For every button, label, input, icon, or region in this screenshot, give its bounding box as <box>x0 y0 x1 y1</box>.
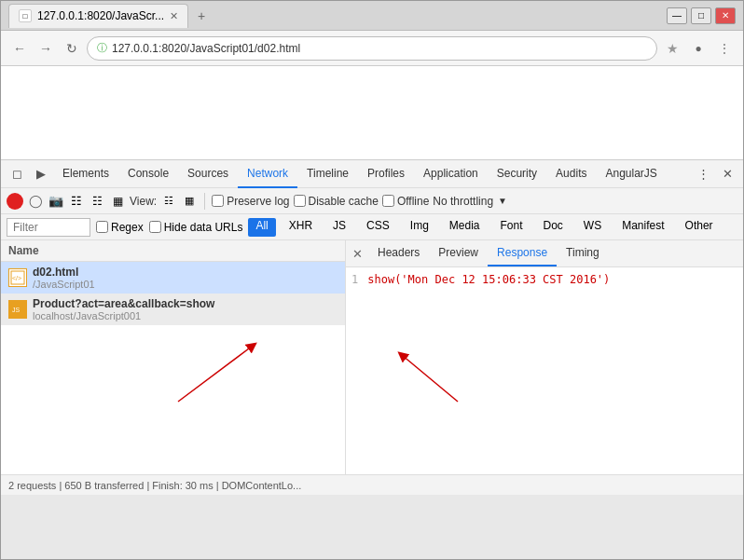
tab-console[interactable]: Console <box>118 160 178 188</box>
menu-btn[interactable]: ⋮ <box>713 37 736 60</box>
offline-checkbox[interactable]: Offline <box>382 195 429 208</box>
nav-bar: ← → ↻ ⓘ 127.0.0.1:8020/JavaScript01/d02.… <box>1 31 743 66</box>
devtools-more-btn[interactable]: ⋮ <box>691 162 715 186</box>
window-controls: — □ ✕ <box>667 7 736 24</box>
secure-icon: ⓘ <box>97 41 107 55</box>
network-column-header: Name <box>1 240 345 262</box>
back-btn[interactable]: ← <box>8 37 31 60</box>
bookmark-btn[interactable]: ★ <box>661 37 683 60</box>
forward-btn[interactable]: → <box>34 37 57 60</box>
devtools-tab-bar: ◻ ▶ Elements Console Sources Network Tim… <box>1 160 743 188</box>
network-rows: </> d02.html /JavaScript01 JS <box>1 262 345 474</box>
svg-text:</>: </> <box>12 275 21 281</box>
tab-title: 127.0.0.1:8020/JavaScr... <box>37 9 164 22</box>
devtools-inspect-btn[interactable]: ▶ <box>29 162 53 186</box>
regex-checkbox[interactable] <box>96 221 108 233</box>
regex-option[interactable]: Regex <box>96 221 144 234</box>
clear-btn[interactable]: ◯ <box>27 193 44 210</box>
throttle-label: No throttling <box>433 195 493 208</box>
waterfall-btn[interactable]: ▦ <box>181 193 198 210</box>
offline-label: Offline <box>397 195 429 208</box>
grid-view-btn[interactable]: ▦ <box>109 193 126 210</box>
row1-info: d02.html /JavaScript01 <box>33 266 95 290</box>
response-panel: ✕ Headers Preview Response Timing 1show(… <box>346 240 743 474</box>
throttle-chevron: ▼ <box>498 196 507 206</box>
tab-profiles[interactable]: Profiles <box>358 160 414 188</box>
offline-input[interactable] <box>382 195 394 207</box>
status-bar: 2 requests | 650 B transferred | Finish:… <box>1 474 743 495</box>
minimize-btn[interactable]: — <box>667 7 687 24</box>
filter-btn[interactable]: ☷ <box>68 193 85 210</box>
address-bar[interactable]: ⓘ 127.0.0.1:8020/JavaScript01/d02.html <box>87 36 657 61</box>
filter-input[interactable] <box>7 218 90 237</box>
tab-sources[interactable]: Sources <box>178 160 238 188</box>
network-row-2[interactable]: JS Product?act=area&callback=show localh… <box>1 294 345 325</box>
devtools-panel: ◻ ▶ Elements Console Sources Network Tim… <box>1 159 743 495</box>
filter-doc-btn[interactable]: Doc <box>536 218 571 237</box>
js-file-icon: JS <box>8 300 27 319</box>
devtools: ◻ ▶ Elements Console Sources Network Tim… <box>1 159 743 495</box>
devtools-close-btn[interactable]: ✕ <box>715 162 739 186</box>
filter-css-btn[interactable]: CSS <box>359 218 397 237</box>
filter-js-btn[interactable]: JS <box>325 218 353 237</box>
row1-name: d02.html <box>33 266 95 279</box>
hide-data-label: Hide data URLs <box>164 221 243 234</box>
separator1 <box>204 193 205 210</box>
response-tab-preview[interactable]: Preview <box>429 240 488 266</box>
response-code: show('Mon Dec 12 15:06:33 CST 2016') <box>367 273 610 286</box>
line-number: 1 <box>351 273 358 286</box>
response-tab-bar: ✕ Headers Preview Response Timing <box>346 240 743 267</box>
list-view-btn[interactable]: ☷ <box>89 193 105 210</box>
preserve-log-input[interactable] <box>212 195 224 207</box>
response-close-btn[interactable]: ✕ <box>346 242 368 265</box>
response-tab-headers[interactable]: Headers <box>368 240 429 266</box>
filter-font-btn[interactable]: Font <box>493 218 530 237</box>
hide-data-checkbox[interactable] <box>149 221 161 233</box>
new-tab-btn[interactable]: + <box>188 4 214 28</box>
maximize-btn[interactable]: □ <box>691 7 711 24</box>
tab-close-btn[interactable]: ✕ <box>170 10 178 22</box>
browser-window: □ 127.0.0.1:8020/JavaScr... ✕ + — □ ✕ ← … <box>0 0 744 560</box>
row1-path: /JavaScript01 <box>33 279 95 290</box>
close-btn[interactable]: ✕ <box>715 7 736 24</box>
devtools-body: Name </> d02.html /JavaScript01 <box>1 240 743 474</box>
hide-data-option[interactable]: Hide data URLs <box>149 221 243 234</box>
filter-media-btn[interactable]: Media <box>442 218 488 237</box>
row2-name: Product?act=area&callback=show <box>33 297 214 310</box>
filter-ws-btn[interactable]: WS <box>576 218 609 237</box>
tab-elements[interactable]: Elements <box>53 160 118 188</box>
filter-img-btn[interactable]: Img <box>403 218 436 237</box>
devtools-filter-bar: Regex Hide data URLs All XHR JS CSS Img … <box>1 214 743 240</box>
filter-xhr-btn[interactable]: XHR <box>282 218 320 237</box>
throttle-select[interactable]: No throttling ▼ <box>433 195 507 208</box>
devtools-dock-btn[interactable]: ◻ <box>5 162 29 186</box>
tab-security[interactable]: Security <box>488 160 546 188</box>
tab-timeline[interactable]: Timeline <box>297 160 358 188</box>
browser-tab[interactable]: □ 127.0.0.1:8020/JavaScr... ✕ <box>8 4 188 28</box>
response-tab-timing[interactable]: Timing <box>557 240 609 266</box>
disable-cache-input[interactable] <box>294 195 306 207</box>
tab-audits[interactable]: Audits <box>546 160 596 188</box>
filter-all-btn[interactable]: All <box>248 218 275 237</box>
reload-btn[interactable]: ↻ <box>61 37 83 60</box>
disable-cache-label: Disable cache <box>309 195 379 208</box>
address-text: 127.0.0.1:8020/JavaScript01/d02.html <box>112 42 647 55</box>
list-btn[interactable]: ☷ <box>160 193 177 210</box>
view-label: View: <box>130 195 157 208</box>
tab-application[interactable]: Application <box>414 160 488 188</box>
record-btn[interactable] <box>7 193 23 210</box>
tab-network[interactable]: Network <box>238 160 297 188</box>
tab-angularjs[interactable]: AngularJS <box>596 160 666 188</box>
disable-cache-checkbox[interactable]: Disable cache <box>294 195 379 208</box>
network-row-1[interactable]: </> d02.html /JavaScript01 <box>1 262 345 294</box>
row2-info: Product?act=area&callback=show localhost… <box>33 297 214 321</box>
response-tab-response[interactable]: Response <box>488 240 557 266</box>
regex-label: Regex <box>111 221 144 234</box>
page-content <box>1 66 743 159</box>
filter-manifest-btn[interactable]: Manifest <box>614 218 671 237</box>
filter-other-btn[interactable]: Other <box>678 218 721 237</box>
chrome-icon[interactable]: ● <box>687 37 710 60</box>
preserve-log-label: Preserve log <box>227 195 289 208</box>
preserve-log-checkbox[interactable]: Preserve log <box>212 195 289 208</box>
camera-btn[interactable]: 📷 <box>48 193 64 210</box>
